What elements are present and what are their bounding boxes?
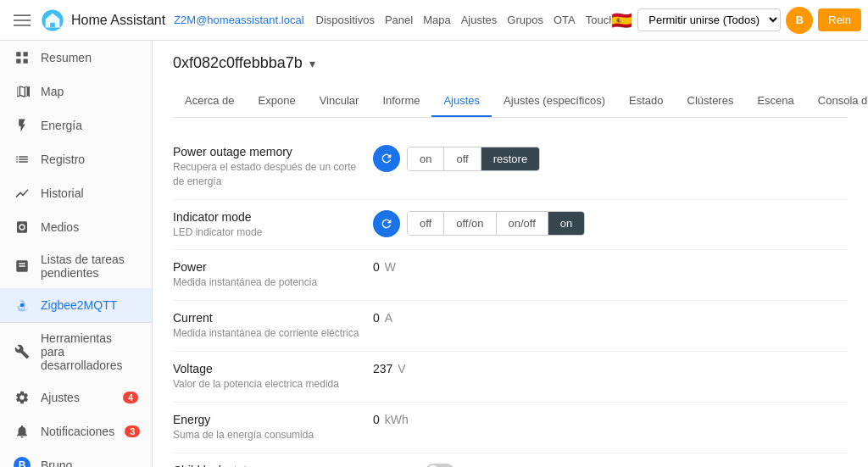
- sidebar-item-resumen[interactable]: Resumen: [0, 41, 152, 75]
- sidebar-item-dev-tools[interactable]: Herramientas para desarrolladores: [0, 323, 152, 381]
- indicator-on-btn[interactable]: on: [548, 212, 584, 235]
- power-outage-memory-refresh[interactable]: [373, 145, 400, 172]
- menu-icon[interactable]: [7, 5, 37, 36]
- sidebar-item-map[interactable]: Map: [0, 75, 152, 108]
- zigbee-icon: [14, 297, 31, 314]
- sidebar-label-tareas: Listas de tareas pendientes: [41, 253, 138, 280]
- topbar-nav-grupos[interactable]: Grupos: [504, 10, 547, 30]
- energy-desc: Suma de la energía consumida: [173, 428, 359, 442]
- row-power: Power Medida instantánea de potencia 0 W: [173, 250, 848, 301]
- power-outage-restore-btn[interactable]: restore: [481, 147, 539, 170]
- svg-rect-4: [50, 22, 55, 27]
- tab-expone[interactable]: Expone: [247, 86, 308, 117]
- sidebar-item-historial[interactable]: Historial: [0, 176, 152, 210]
- media-icon: [14, 219, 31, 236]
- child-lock-slider: [426, 464, 454, 467]
- join-select[interactable]: Permitir unirse (Todos): [637, 8, 781, 31]
- tools-icon: [14, 343, 31, 360]
- page-title-dropdown[interactable]: ▾: [309, 57, 315, 70]
- topbar: Home Assistant Z2M@homeassistant.local D…: [0, 0, 868, 41]
- tab-acerca-de[interactable]: Acerca de: [173, 86, 247, 117]
- child-lock-title: Child lock state: [173, 464, 359, 467]
- sidebar-label-dev-tools: Herramientas para desarrolladores: [41, 331, 138, 372]
- ajustes-badge: 4: [123, 392, 138, 403]
- tab-clusteres[interactable]: Clústeres: [676, 86, 746, 117]
- main-content: 0xf082c0ffebbba7b ▾ Acerca de Expone Vin…: [153, 41, 868, 467]
- indicator-offon-btn[interactable]: off/on: [444, 212, 496, 235]
- svg-rect-5: [16, 52, 20, 56]
- power-outage-off-btn[interactable]: off: [444, 147, 481, 170]
- power-value: 0 W: [373, 260, 396, 274]
- tab-consola-desarrollo[interactable]: Consola de desarrollo: [806, 86, 868, 117]
- sidebar: Resumen Map Energía Registro Historial: [0, 41, 153, 467]
- list-icon: [14, 151, 31, 168]
- power-outage-memory-desc: Recupera el estado después de un corte d…: [173, 160, 359, 189]
- current-value: 0 A: [373, 311, 392, 325]
- app-logo: Home Assistant: [37, 8, 169, 32]
- power-outage-memory-title: Power outage memory: [173, 145, 359, 158]
- current-title: Current: [173, 311, 359, 325]
- rein-button[interactable]: Rein: [818, 8, 861, 31]
- map-icon: [14, 83, 31, 100]
- child-lock-toggle-group: UNLOCK LOCK: [373, 464, 492, 467]
- topbar-nav-dispositivos[interactable]: Dispositivos: [313, 10, 378, 30]
- tab-ajustes[interactable]: Ajustes: [431, 86, 492, 117]
- sidebar-bottom: Herramientas para desarrolladores Ajuste…: [0, 322, 152, 467]
- indicator-off-btn[interactable]: off: [408, 212, 444, 235]
- sidebar-label-energia: Energía: [41, 119, 82, 132]
- sidebar-item-tareas[interactable]: Listas de tareas pendientes: [0, 244, 152, 288]
- topbar-right: 🇪🇸 Permitir unirse (Todos) B Rein: [611, 7, 861, 34]
- sidebar-item-energia[interactable]: Energía: [0, 108, 152, 142]
- sidebar-item-medios[interactable]: Medios: [0, 210, 152, 244]
- ha-logo-icon: [41, 8, 64, 32]
- voltage-unit: V: [398, 362, 405, 375]
- sidebar-label-notificaciones: Notificaciones: [41, 425, 114, 438]
- tabs-bar: Acerca de Expone Vincular Informe Ajuste…: [173, 86, 848, 118]
- gear-icon: [14, 389, 31, 406]
- sidebar-label-registro: Registro: [41, 153, 85, 166]
- topbar-nav-ajustes[interactable]: Ajustes: [458, 10, 501, 30]
- row-current: Current Medida instantánea de corriente …: [173, 301, 848, 352]
- row-indicator-mode: Indicator mode LED indicator mode off of…: [173, 200, 848, 251]
- sidebar-label-historial: Historial: [41, 186, 84, 200]
- page-header: 0xf082c0ffebbba7b ▾: [173, 54, 848, 72]
- sidebar-item-bruno[interactable]: B Bruno: [0, 448, 152, 467]
- grid-icon: [14, 49, 31, 66]
- tab-escena[interactable]: Escena: [745, 86, 805, 117]
- tab-estado[interactable]: Estado: [617, 86, 675, 117]
- svg-rect-2: [14, 25, 31, 26]
- current-desc: Medida instantánea de corriente eléctric…: [173, 326, 359, 341]
- power-unit: W: [385, 260, 396, 274]
- topbar-nav-touchlink[interactable]: Touchlink: [582, 10, 612, 30]
- svg-rect-0: [14, 14, 31, 16]
- indicator-mode-desc: LED indicator mode: [173, 225, 359, 240]
- sidebar-item-notificaciones[interactable]: Notificaciones 3: [0, 414, 152, 448]
- indicator-mode-btns: off off/on on/off on: [407, 211, 585, 236]
- voltage-value: 237 V: [373, 362, 406, 375]
- sidebar-item-registro[interactable]: Registro: [0, 142, 152, 176]
- indicator-mode-refresh[interactable]: [373, 210, 400, 237]
- topbar-nav-panel[interactable]: Panel: [381, 10, 416, 30]
- indicator-onoff-btn[interactable]: on/off: [497, 212, 548, 235]
- svg-rect-8: [24, 59, 28, 64]
- power-title: Power: [173, 260, 359, 274]
- sidebar-item-ajustes[interactable]: Ajustes 4: [0, 381, 152, 414]
- tasks-icon: [14, 258, 31, 275]
- topbar-nav-mapa[interactable]: Mapa: [420, 10, 454, 30]
- child-lock-toggle[interactable]: [426, 464, 454, 467]
- tab-informe[interactable]: Informe: [370, 86, 431, 117]
- flag-icon: 🇪🇸: [611, 10, 632, 31]
- energy-value: 0 kWh: [373, 413, 409, 426]
- notificaciones-badge: 3: [125, 425, 140, 437]
- tab-ajustes-especificos[interactable]: Ajustes (específicos): [492, 86, 617, 117]
- topbar-nav-ota[interactable]: OTA: [550, 10, 579, 30]
- sidebar-label-map: Map: [41, 85, 64, 98]
- tab-vincular[interactable]: Vincular: [308, 86, 371, 117]
- voltage-title: Voltage: [173, 362, 359, 375]
- power-outage-on-btn[interactable]: on: [408, 147, 444, 170]
- user-initial-icon: B: [14, 457, 31, 467]
- user-avatar: B: [786, 7, 813, 34]
- sidebar-label-ajustes: Ajustes: [41, 391, 80, 404]
- topbar-url[interactable]: Z2M@homeassistant.local: [169, 10, 309, 30]
- sidebar-item-zigbee2mqtt[interactable]: Zigbee2MQTT: [0, 288, 152, 322]
